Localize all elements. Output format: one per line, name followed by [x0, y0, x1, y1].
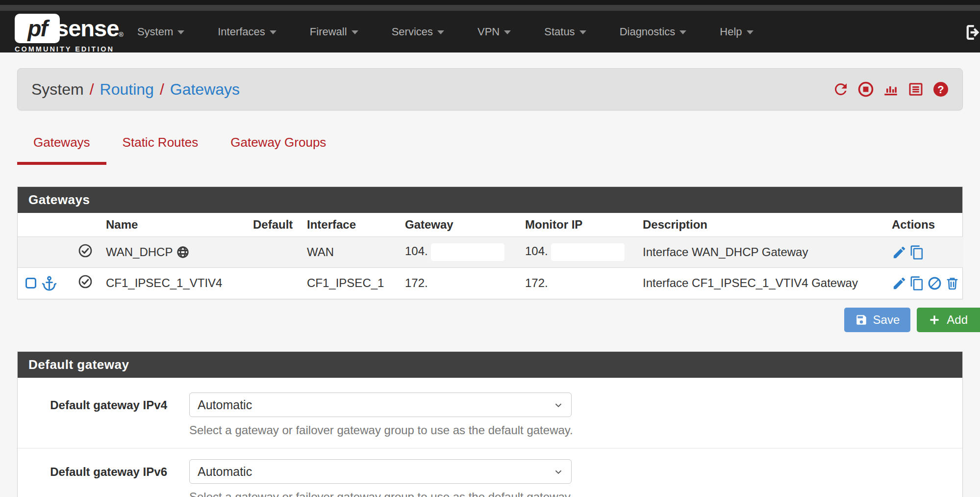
- chevron-down-icon: [437, 30, 444, 34]
- default-gateway-ipv6-label: Default gateway IPv6: [18, 459, 167, 497]
- col-actions: Actions: [892, 213, 963, 237]
- chevron-down-icon: [352, 30, 358, 34]
- menu-status[interactable]: Status: [541, 21, 589, 43]
- tab-gateway-groups[interactable]: Gateway Groups: [214, 133, 342, 165]
- chevron-down-icon: [504, 30, 511, 34]
- tab-static-routes[interactable]: Static Routes: [106, 133, 215, 165]
- default-gateway-ipv4-group: Default gateway IPv4 Automatic Select a …: [18, 387, 962, 448]
- pfsense-logo: pf sense ® COMMUNITY EDITION: [15, 14, 124, 53]
- col-interface: Interface: [307, 213, 405, 237]
- gateway-address: 172.: [405, 268, 525, 299]
- default-gateway-ipv4-select[interactable]: Automatic: [189, 392, 572, 417]
- default-gateway-ipv6-help: Select a gateway or failover gateway gro…: [189, 490, 573, 497]
- delete-icon[interactable]: [945, 276, 960, 291]
- edit-icon[interactable]: [892, 245, 907, 260]
- save-button[interactable]: Save: [844, 308, 911, 332]
- gateway-description: Interface CF1_IPSEC_1_VTIV4 Gateway: [643, 268, 892, 299]
- chevron-down-icon: [270, 30, 276, 34]
- gateway-address: 104.: [405, 244, 428, 258]
- add-button[interactable]: Add: [917, 308, 980, 332]
- copy-icon[interactable]: [909, 245, 925, 260]
- menu-interfaces[interactable]: Interfaces: [215, 21, 279, 43]
- redacted-value: [551, 243, 625, 261]
- monitor-chart-icon[interactable]: [882, 80, 900, 98]
- gateway-online-icon: [77, 243, 93, 259]
- col-description: Description: [643, 213, 892, 237]
- gateway-name: CF1_IPSEC_1_VTIV4: [106, 268, 253, 299]
- routing-tabs: Gateways Static Routes Gateway Groups: [17, 133, 963, 165]
- gateway-interface: CF1_IPSEC_1: [307, 268, 405, 299]
- breadcrumb: System / Routing / Gateways: [31, 80, 240, 99]
- help-icon[interactable]: ?: [932, 80, 950, 98]
- chevron-down-icon: [177, 30, 184, 34]
- menu-help[interactable]: Help: [717, 21, 756, 43]
- edit-icon[interactable]: [892, 276, 907, 291]
- menu-vpn[interactable]: VPN: [475, 21, 514, 43]
- log-list-icon[interactable]: [907, 80, 925, 98]
- window-chrome-strip: [0, 0, 980, 5]
- menu-services[interactable]: Services: [389, 21, 447, 43]
- pfsense-logo-pf: pf: [27, 15, 47, 42]
- save-floppy-icon: [855, 314, 868, 326]
- community-edition-tagline: COMMUNITY EDITION: [15, 45, 124, 53]
- window-chrome-strip-light: [0, 5, 980, 11]
- pfsense-logo-pf-box: pf: [15, 14, 60, 43]
- breadcrumb-bar: System / Routing / Gateways: [17, 68, 963, 110]
- refresh-icon[interactable]: [832, 80, 850, 98]
- default-gateway-ipv4-label: Default gateway IPv4: [18, 392, 167, 437]
- gateway-online-icon: [77, 274, 93, 289]
- breadcrumb-link-routing[interactable]: Routing: [100, 80, 154, 99]
- gateways-table: Name Default Interface Gateway Monitor I…: [18, 213, 963, 299]
- monitor-ip: 172.: [525, 268, 643, 299]
- breadcrumb-link-gateways[interactable]: Gateways: [170, 80, 240, 99]
- menu-firewall[interactable]: Firewall: [307, 21, 361, 43]
- col-monitor-ip: Monitor IP: [525, 213, 643, 237]
- default-gateway-ipv6-group: Default gateway IPv6 Automatic Select a …: [18, 448, 962, 497]
- gateway-interface: WAN: [307, 237, 405, 268]
- default-gateway-globe-icon: [176, 245, 190, 259]
- default-gateway-panel: Default gateway Default gateway IPv4 Aut…: [17, 351, 963, 497]
- sign-out-icon[interactable]: [963, 23, 980, 44]
- menu-diagnostics[interactable]: Diagnostics: [617, 21, 690, 43]
- anchor-icon: [41, 275, 57, 291]
- page-action-icons: ?: [832, 80, 950, 98]
- default-gateway-ipv6-select[interactable]: Automatic: [189, 459, 572, 484]
- breadcrumb-separator: /: [90, 80, 94, 99]
- stop-icon[interactable]: [857, 80, 875, 98]
- chevron-down-icon: [747, 30, 754, 34]
- default-gateway-panel-title: Default gateway: [18, 352, 962, 378]
- top-navbar: pf sense ® COMMUNITY EDITION System Inte…: [0, 11, 980, 52]
- pfsense-logo-sense: sense: [56, 15, 119, 42]
- breadcrumb-section: System: [31, 80, 84, 99]
- table-row: WAN_DHCP WAN 104. 104. Interface: [18, 237, 963, 268]
- registered-mark: ®: [119, 31, 124, 38]
- main-menu: System Interfaces Firewall Services VPN …: [134, 21, 756, 43]
- chevron-down-icon: [679, 30, 686, 34]
- col-default: Default: [253, 213, 307, 237]
- gateway-description: Interface WAN_DHCP Gateway: [643, 237, 892, 268]
- chevron-down-icon: [579, 30, 586, 34]
- table-header-row: Name Default Interface Gateway Monitor I…: [18, 213, 963, 237]
- plus-icon: [928, 313, 941, 327]
- breadcrumb-separator: /: [160, 80, 164, 99]
- tab-gateways[interactable]: Gateways: [17, 133, 106, 165]
- table-row: CF1_IPSEC_1_VTIV4 CF1_IPSEC_1 172. 172. …: [18, 268, 963, 299]
- default-gateway-ipv4-help: Select a gateway or failover gateway gro…: [189, 423, 573, 437]
- actions-bar: Save Add: [17, 308, 963, 332]
- redacted-value: [431, 243, 504, 261]
- col-gateway: Gateway: [405, 213, 525, 237]
- disable-icon[interactable]: [927, 276, 942, 291]
- gateways-panel-title: Gateways: [18, 187, 962, 213]
- monitor-ip: 104.: [525, 244, 548, 258]
- gateway-name: WAN_DHCP: [106, 245, 173, 259]
- copy-icon[interactable]: [909, 276, 925, 291]
- menu-system[interactable]: System: [134, 21, 187, 43]
- gateways-panel: Gateways Name Default Interface Gateway …: [17, 186, 963, 299]
- svg-text:?: ?: [937, 83, 944, 96]
- col-name: Name: [106, 213, 253, 237]
- row-checkbox[interactable]: [25, 278, 36, 288]
